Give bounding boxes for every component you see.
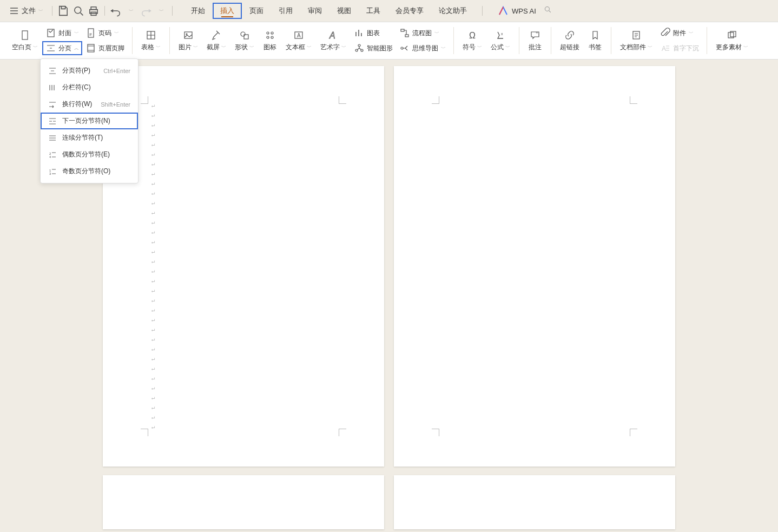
- separator: [172, 6, 173, 16]
- dd-line-break[interactable]: 换行符(W) Shift+Enter: [41, 96, 138, 113]
- icon-button[interactable]: 图标: [259, 28, 281, 54]
- table-button[interactable]: 表格﹀: [137, 28, 165, 54]
- chevron-down-icon: ﹀: [114, 30, 119, 37]
- wordart-button[interactable]: A 艺术字﹀: [316, 28, 351, 54]
- bookmark-icon: [590, 30, 601, 41]
- doc-parts-button[interactable]: 文档部件﹀: [616, 28, 657, 54]
- flowchart-button[interactable]: 流程图﹀: [396, 26, 449, 40]
- textbox-button[interactable]: A 文本框﹀: [281, 28, 316, 54]
- smart-graphic-icon: [354, 43, 365, 54]
- separator: [132, 27, 133, 54]
- dd-even-page-section[interactable]: 24 偶数页分节符(E): [41, 146, 138, 163]
- tab-insert[interactable]: 插入: [213, 3, 242, 19]
- cover-button[interactable]: 封面﹀: [42, 26, 82, 40]
- document-page[interactable]: [394, 475, 675, 529]
- svg-rect-25: [401, 29, 404, 31]
- hyperlink-button[interactable]: 超链接: [556, 28, 584, 54]
- tab-start[interactable]: 开始: [183, 3, 213, 19]
- document-page[interactable]: ↵↵↵↵↵↵↵↵↵↵↵↵↵↵↵↵↵↵↵↵↵↵↵↵↵↵↵↵↵↵↵↵↵↵: [103, 66, 384, 467]
- wordart-icon: A: [328, 30, 339, 41]
- attachment-icon: [660, 28, 671, 38]
- file-label: 文件: [22, 6, 36, 16]
- continuous-section-icon: [48, 134, 57, 142]
- dd-column-break[interactable]: 分栏符(C): [41, 79, 138, 96]
- file-menu[interactable]: 文件 ﹀: [4, 3, 48, 18]
- wps-ai-label: WPS AI: [512, 7, 536, 15]
- next-page-section-icon: [48, 117, 57, 126]
- document-page[interactable]: [103, 475, 384, 529]
- undo-dropdown[interactable]: ﹀: [124, 4, 137, 17]
- odd-page-section-icon: 13: [48, 167, 57, 176]
- formula-button[interactable]: x 公式﹀: [486, 28, 515, 54]
- undo-button[interactable]: [109, 4, 122, 17]
- more-material-button[interactable]: 更多素材﹀: [711, 28, 753, 54]
- redo-button[interactable]: [140, 4, 153, 17]
- tab-tools[interactable]: 工具: [359, 3, 388, 19]
- chevron-down-icon: ﹀: [74, 30, 79, 37]
- hyperlink-icon: [564, 30, 575, 41]
- svg-rect-2: [91, 7, 96, 10]
- more-material-icon: [727, 30, 737, 41]
- document-page[interactable]: [394, 66, 675, 467]
- chevron-down-icon: ﹀: [505, 44, 510, 51]
- drop-cap-icon: A: [660, 43, 671, 54]
- print-preview-button[interactable]: [72, 4, 85, 17]
- page-number-icon: #: [85, 28, 96, 38]
- chart-button[interactable]: 图表: [351, 26, 396, 40]
- tab-member[interactable]: 会员专享: [388, 3, 431, 19]
- margin-corner: [630, 429, 637, 436]
- symbol-button[interactable]: Ω 符号﹀: [458, 28, 486, 54]
- svg-point-18: [271, 36, 273, 38]
- table-icon: [146, 30, 156, 41]
- tab-page[interactable]: 页面: [242, 3, 271, 19]
- separator: [169, 27, 170, 54]
- chart-icon: [354, 28, 365, 38]
- picture-button[interactable]: 图片﹀: [174, 28, 202, 54]
- separator: [52, 6, 52, 16]
- comment-button[interactable]: + 批注: [524, 28, 546, 54]
- screenshot-button[interactable]: 截屏﹀: [202, 28, 230, 54]
- tab-paper[interactable]: 论文助手: [431, 3, 474, 19]
- chevron-down-icon: ﹀: [477, 44, 482, 51]
- smart-graphic-button[interactable]: 智能图形: [351, 41, 396, 55]
- svg-rect-9: [88, 44, 94, 52]
- tab-review[interactable]: 审阅: [300, 3, 329, 19]
- attachment-button[interactable]: 附件﹀: [657, 26, 702, 40]
- tab-view[interactable]: 视图: [329, 3, 359, 19]
- search-button[interactable]: [544, 5, 552, 16]
- dd-next-page-section[interactable]: 下一页分节符(N): [41, 113, 138, 129]
- tab-reference[interactable]: 引用: [271, 3, 300, 19]
- shape-button[interactable]: 形状﹀: [230, 28, 259, 54]
- line-break-icon: [48, 100, 57, 109]
- chevron-down-icon: ﹀: [441, 45, 446, 52]
- svg-point-13: [241, 32, 245, 36]
- margin-corner: [339, 429, 346, 436]
- mindmap-button[interactable]: 思维导图﹀: [396, 41, 449, 55]
- column-break-icon: [48, 83, 57, 92]
- svg-rect-26: [405, 35, 408, 37]
- separator: [104, 6, 105, 16]
- header-footer-button[interactable]: 页眉页脚: [82, 41, 128, 55]
- save-button[interactable]: [57, 4, 70, 17]
- wps-ai-button[interactable]: WPS AI: [498, 5, 536, 16]
- cover-icon: [45, 28, 56, 38]
- chevron-down-icon: ﹀: [689, 30, 694, 37]
- blank-page-button[interactable]: 空白页 ﹀: [8, 28, 42, 54]
- redo-dropdown[interactable]: ﹀: [155, 4, 168, 17]
- dd-page-break[interactable]: 分页符(P) Ctrl+Enter: [41, 62, 138, 79]
- chevron-down-icon: ﹀: [434, 30, 439, 37]
- separator: [611, 27, 611, 54]
- dd-odd-page-section[interactable]: 13 奇数页分节符(O): [41, 163, 138, 180]
- print-button[interactable]: [87, 4, 100, 17]
- page-number-button[interactable]: # 页码﹀: [82, 26, 128, 40]
- svg-point-16: [271, 32, 273, 34]
- bookmark-button[interactable]: 书签: [584, 28, 606, 54]
- section-break-button[interactable]: 分页︿: [42, 41, 82, 55]
- svg-text:x: x: [501, 32, 503, 36]
- margin-corner: [630, 96, 637, 104]
- chevron-down-icon: ﹀: [193, 44, 198, 51]
- chevron-down-icon: ﹀: [38, 8, 43, 15]
- svg-point-4: [545, 6, 549, 11]
- svg-text:#: #: [89, 32, 92, 37]
- dd-continuous-section[interactable]: 连续分节符(T): [41, 129, 138, 146]
